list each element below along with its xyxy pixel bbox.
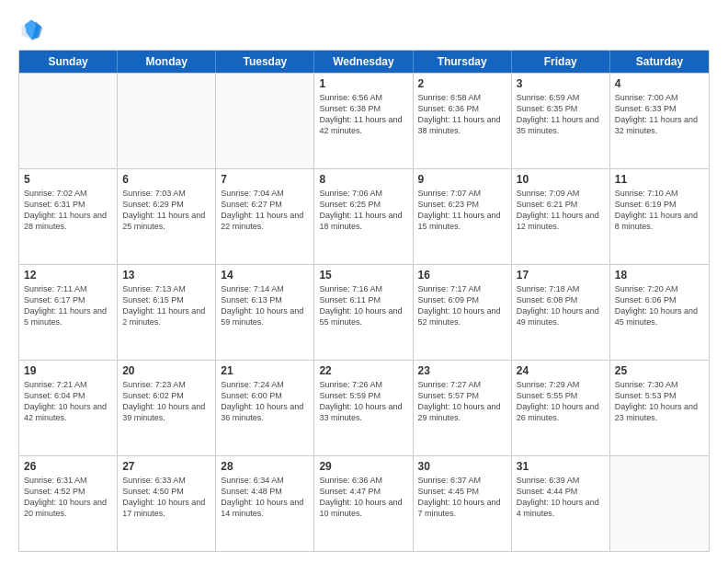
- cell-info: Sunrise: 7:13 AM Sunset: 6:15 PM Dayligh…: [122, 283, 210, 328]
- day-number: 21: [221, 364, 309, 377]
- cell-info: Sunrise: 7:26 AM Sunset: 5:59 PM Dayligh…: [319, 379, 407, 424]
- day-number: 1: [319, 77, 407, 90]
- page: SundayMondayTuesdayWednesdayThursdayFrid…: [0, 0, 728, 563]
- day-number: 25: [615, 364, 704, 377]
- cell-info: Sunrise: 7:20 AM Sunset: 6:06 PM Dayligh…: [615, 283, 704, 328]
- cal-cell: 16Sunrise: 7:17 AM Sunset: 6:09 PM Dayli…: [414, 265, 512, 360]
- cal-cell: 31Sunrise: 6:39 AM Sunset: 4:44 PM Dayli…: [512, 456, 610, 551]
- cal-cell: 26Sunrise: 6:31 AM Sunset: 4:52 PM Dayli…: [19, 456, 118, 551]
- cal-cell: 19Sunrise: 7:21 AM Sunset: 6:04 PM Dayli…: [19, 361, 118, 455]
- week-row-4: 19Sunrise: 7:21 AM Sunset: 6:04 PM Dayli…: [19, 360, 709, 455]
- day-number: 2: [418, 77, 506, 90]
- cell-info: Sunrise: 7:06 AM Sunset: 6:25 PM Dayligh…: [319, 188, 407, 233]
- calendar-body: 1Sunrise: 6:56 AM Sunset: 6:38 PM Daylig…: [19, 73, 709, 551]
- day-number: 9: [418, 173, 506, 186]
- calendar: SundayMondayTuesdayWednesdayThursdayFrid…: [18, 50, 710, 552]
- calendar-header-row: SundayMondayTuesdayWednesdayThursdayFrid…: [19, 51, 709, 73]
- cell-info: Sunrise: 7:09 AM Sunset: 6:21 PM Dayligh…: [517, 188, 605, 233]
- day-number: 17: [517, 269, 605, 282]
- day-number: 6: [122, 173, 210, 186]
- header-day-thursday: Thursday: [414, 51, 512, 73]
- cell-info: Sunrise: 7:18 AM Sunset: 6:08 PM Dayligh…: [517, 283, 605, 328]
- cal-cell: 8Sunrise: 7:06 AM Sunset: 6:25 PM Daylig…: [314, 169, 413, 264]
- cal-cell: 25Sunrise: 7:30 AM Sunset: 5:53 PM Dayli…: [610, 361, 709, 455]
- cell-info: Sunrise: 7:02 AM Sunset: 6:31 PM Dayligh…: [24, 188, 112, 233]
- day-number: 14: [221, 269, 309, 282]
- header-day-saturday: Saturday: [610, 51, 709, 73]
- cal-cell: 11Sunrise: 7:10 AM Sunset: 6:19 PM Dayli…: [610, 169, 709, 264]
- cal-cell: 9Sunrise: 7:07 AM Sunset: 6:23 PM Daylig…: [414, 169, 512, 264]
- cal-cell: 20Sunrise: 7:23 AM Sunset: 6:02 PM Dayli…: [118, 361, 216, 455]
- cell-info: Sunrise: 6:59 AM Sunset: 6:35 PM Dayligh…: [517, 92, 605, 137]
- cal-cell: [118, 74, 216, 168]
- cal-cell: 14Sunrise: 7:14 AM Sunset: 6:13 PM Dayli…: [216, 265, 314, 360]
- day-number: 5: [24, 173, 112, 186]
- cell-info: Sunrise: 7:04 AM Sunset: 6:27 PM Dayligh…: [221, 188, 309, 233]
- cell-info: Sunrise: 7:23 AM Sunset: 6:02 PM Dayligh…: [122, 379, 210, 424]
- header: [18, 17, 710, 42]
- header-day-tuesday: Tuesday: [216, 51, 314, 73]
- header-day-wednesday: Wednesday: [314, 51, 413, 73]
- day-number: 20: [122, 364, 210, 377]
- cell-info: Sunrise: 6:39 AM Sunset: 4:44 PM Dayligh…: [517, 475, 605, 520]
- week-row-3: 12Sunrise: 7:11 AM Sunset: 6:17 PM Dayli…: [19, 264, 709, 360]
- cal-cell: 13Sunrise: 7:13 AM Sunset: 6:15 PM Dayli…: [118, 265, 216, 360]
- cal-cell: 24Sunrise: 7:29 AM Sunset: 5:55 PM Dayli…: [512, 361, 610, 455]
- logo: [18, 17, 48, 42]
- cell-info: Sunrise: 7:16 AM Sunset: 6:11 PM Dayligh…: [319, 283, 407, 328]
- cal-cell: [19, 74, 118, 168]
- day-number: 10: [517, 173, 605, 186]
- cal-cell: 15Sunrise: 7:16 AM Sunset: 6:11 PM Dayli…: [314, 265, 413, 360]
- cell-info: Sunrise: 7:17 AM Sunset: 6:09 PM Dayligh…: [418, 283, 506, 328]
- day-number: 27: [122, 460, 210, 473]
- cal-cell: 12Sunrise: 7:11 AM Sunset: 6:17 PM Dayli…: [19, 265, 118, 360]
- week-row-5: 26Sunrise: 6:31 AM Sunset: 4:52 PM Dayli…: [19, 455, 709, 551]
- week-row-2: 5Sunrise: 7:02 AM Sunset: 6:31 PM Daylig…: [19, 168, 709, 264]
- day-number: 23: [418, 364, 506, 377]
- cell-info: Sunrise: 6:36 AM Sunset: 4:47 PM Dayligh…: [319, 475, 407, 520]
- cal-cell: 3Sunrise: 6:59 AM Sunset: 6:35 PM Daylig…: [512, 74, 610, 168]
- cell-info: Sunrise: 6:33 AM Sunset: 4:50 PM Dayligh…: [122, 475, 210, 520]
- cell-info: Sunrise: 7:14 AM Sunset: 6:13 PM Dayligh…: [221, 283, 309, 328]
- cell-info: Sunrise: 7:07 AM Sunset: 6:23 PM Dayligh…: [418, 188, 506, 233]
- cal-cell: 23Sunrise: 7:27 AM Sunset: 5:57 PM Dayli…: [414, 361, 512, 455]
- cell-info: Sunrise: 7:00 AM Sunset: 6:33 PM Dayligh…: [615, 92, 704, 137]
- cal-cell: 7Sunrise: 7:04 AM Sunset: 6:27 PM Daylig…: [216, 169, 314, 264]
- cal-cell: [216, 74, 314, 168]
- cell-info: Sunrise: 7:27 AM Sunset: 5:57 PM Dayligh…: [418, 379, 506, 424]
- cell-info: Sunrise: 6:34 AM Sunset: 4:48 PM Dayligh…: [221, 475, 309, 520]
- day-number: 18: [615, 269, 704, 282]
- day-number: 26: [24, 460, 112, 473]
- cell-info: Sunrise: 7:10 AM Sunset: 6:19 PM Dayligh…: [615, 188, 704, 233]
- cell-info: Sunrise: 6:37 AM Sunset: 4:45 PM Dayligh…: [418, 475, 506, 520]
- cal-cell: 21Sunrise: 7:24 AM Sunset: 6:00 PM Dayli…: [216, 361, 314, 455]
- header-day-friday: Friday: [512, 51, 610, 73]
- day-number: 19: [24, 364, 112, 377]
- cal-cell: 22Sunrise: 7:26 AM Sunset: 5:59 PM Dayli…: [314, 361, 413, 455]
- day-number: 16: [418, 269, 506, 282]
- cell-info: Sunrise: 7:03 AM Sunset: 6:29 PM Dayligh…: [122, 188, 210, 233]
- day-number: 7: [221, 173, 309, 186]
- cell-info: Sunrise: 7:30 AM Sunset: 5:53 PM Dayligh…: [615, 379, 704, 424]
- cal-cell: 17Sunrise: 7:18 AM Sunset: 6:08 PM Dayli…: [512, 265, 610, 360]
- cal-cell: 27Sunrise: 6:33 AM Sunset: 4:50 PM Dayli…: [118, 456, 216, 551]
- day-number: 31: [517, 460, 605, 473]
- cal-cell: 10Sunrise: 7:09 AM Sunset: 6:21 PM Dayli…: [512, 169, 610, 264]
- day-number: 8: [319, 173, 407, 186]
- cal-cell: 6Sunrise: 7:03 AM Sunset: 6:29 PM Daylig…: [118, 169, 216, 264]
- cell-info: Sunrise: 7:29 AM Sunset: 5:55 PM Dayligh…: [517, 379, 605, 424]
- cell-info: Sunrise: 6:56 AM Sunset: 6:38 PM Dayligh…: [319, 92, 407, 137]
- cal-cell: 29Sunrise: 6:36 AM Sunset: 4:47 PM Dayli…: [314, 456, 413, 551]
- cal-cell: [610, 456, 709, 551]
- day-number: 24: [517, 364, 605, 377]
- day-number: 15: [319, 269, 407, 282]
- cal-cell: 5Sunrise: 7:02 AM Sunset: 6:31 PM Daylig…: [19, 169, 118, 264]
- cal-cell: 1Sunrise: 6:56 AM Sunset: 6:38 PM Daylig…: [314, 74, 413, 168]
- day-number: 22: [319, 364, 407, 377]
- cal-cell: 4Sunrise: 7:00 AM Sunset: 6:33 PM Daylig…: [610, 74, 709, 168]
- cal-cell: 18Sunrise: 7:20 AM Sunset: 6:06 PM Dayli…: [610, 265, 709, 360]
- day-number: 11: [615, 173, 704, 186]
- cal-cell: 30Sunrise: 6:37 AM Sunset: 4:45 PM Dayli…: [414, 456, 512, 551]
- cell-info: Sunrise: 6:31 AM Sunset: 4:52 PM Dayligh…: [24, 475, 112, 520]
- cal-cell: 2Sunrise: 6:58 AM Sunset: 6:36 PM Daylig…: [414, 74, 512, 168]
